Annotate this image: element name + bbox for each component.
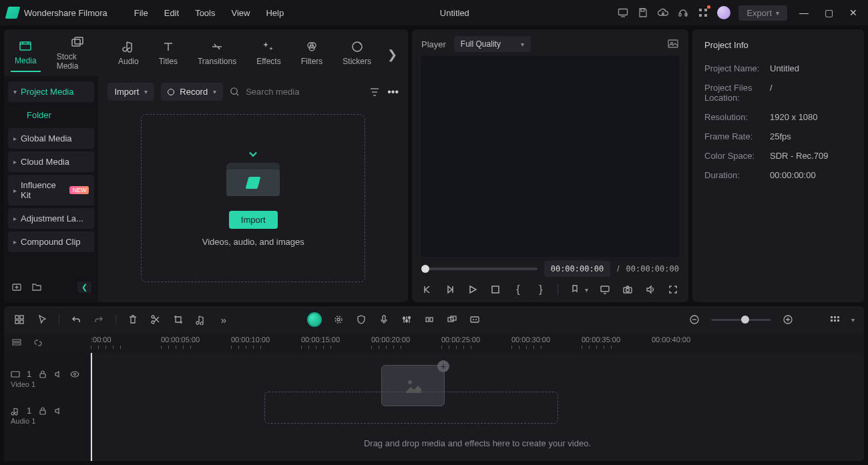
mic-button[interactable]	[378, 314, 390, 326]
scrub-bar[interactable]	[421, 268, 537, 270]
search-input[interactable]	[242, 83, 362, 101]
track-manage-icon[interactable]	[11, 337, 23, 349]
dashboard-icon[interactable]	[13, 314, 25, 326]
crop-button[interactable]	[172, 314, 184, 326]
tree-influence-kit[interactable]: ▸Influence KitNEW	[8, 175, 94, 205]
svg-rect-6	[699, 14, 702, 17]
import-button[interactable]: Import	[229, 211, 278, 229]
chevron-down-icon: ▾	[776, 9, 779, 17]
screen-icon[interactable]	[617, 7, 629, 19]
ai-button[interactable]	[307, 312, 322, 327]
tree-adjustment-layer[interactable]: ▸Adjustment La...	[8, 208, 94, 229]
svg-rect-43	[834, 316, 836, 318]
svg-point-16	[231, 88, 237, 94]
tab-stickers[interactable]: Stickers	[339, 38, 375, 71]
stop-button[interactable]	[489, 284, 501, 296]
caption-button[interactable]	[469, 314, 481, 326]
svg-rect-8	[20, 42, 31, 50]
play-button[interactable]	[467, 284, 479, 296]
more-tools-icon[interactable]: »	[218, 314, 230, 326]
camera-button[interactable]	[622, 284, 634, 296]
window-maximize[interactable]: ▢	[821, 7, 837, 18]
snapshot-icon[interactable]	[667, 38, 679, 50]
tab-effects[interactable]: Effects	[252, 38, 284, 71]
collapse-tree-button[interactable]: ❮	[77, 282, 91, 293]
zoom-in-button[interactable]	[782, 314, 794, 326]
eye-icon[interactable]	[70, 370, 79, 379]
lock-icon[interactable]	[38, 370, 47, 379]
drop-target[interactable]	[264, 392, 558, 424]
mark-in-button[interactable]: {	[512, 284, 524, 296]
tab-stock-media[interactable]: Stock Media	[53, 33, 102, 76]
new-folder-icon[interactable]	[31, 281, 43, 293]
link-icon[interactable]	[32, 337, 44, 349]
media-dropzone[interactable]: Import Videos, audio, and images	[141, 114, 365, 282]
zoom-knob[interactable]	[741, 316, 749, 324]
split-button[interactable]	[150, 314, 162, 326]
play-reverse-button[interactable]	[444, 284, 456, 296]
fullscreen-button[interactable]	[667, 284, 679, 296]
import-dropdown[interactable]: Import▾	[107, 83, 154, 101]
tab-filters[interactable]: Filters	[297, 38, 327, 71]
filter-icon[interactable]	[369, 86, 381, 98]
tree-project-media[interactable]: ▾Project Media	[8, 81, 94, 102]
menu-file[interactable]: File	[126, 8, 156, 18]
new-bin-icon[interactable]	[11, 281, 23, 293]
undo-button[interactable]	[70, 314, 82, 326]
svg-rect-35	[426, 318, 429, 322]
tree-global-media[interactable]: ▸Global Media	[8, 128, 94, 149]
speed-button[interactable]	[195, 314, 207, 326]
project-info-panel: Project Info Project Name:Untitled Proje…	[692, 29, 864, 302]
tree-folder[interactable]: Folder	[8, 105, 94, 125]
tree-cloud-media[interactable]: ▸Cloud Media	[8, 151, 94, 172]
menu-edit[interactable]: Edit	[156, 8, 187, 18]
tabs-scroll-right[interactable]: ❯	[387, 47, 401, 62]
tab-media[interactable]: Media	[11, 37, 41, 72]
display-button[interactable]	[599, 284, 611, 296]
tab-audio[interactable]: Audio	[114, 38, 143, 71]
tab-transitions[interactable]: Transitions	[194, 38, 240, 71]
timeline-ruler[interactable]: :00:00 00:00:05:00 00:00:10:00 00:00:15:…	[4, 333, 864, 353]
timeline-canvas[interactable]: Drag and drop media and effects here to …	[91, 353, 864, 461]
window-close[interactable]: ✕	[845, 7, 861, 18]
prev-frame-button[interactable]	[421, 284, 433, 296]
save-icon[interactable]	[637, 7, 649, 19]
color-button[interactable]	[333, 314, 345, 326]
mark-out-button[interactable]: }	[535, 284, 547, 296]
scrub-knob[interactable]	[421, 265, 429, 273]
quality-select[interactable]: Full Quality▾	[454, 36, 531, 52]
record-dropdown[interactable]: Record▾	[161, 83, 223, 101]
apps-icon[interactable]	[697, 7, 709, 19]
zoom-out-button[interactable]	[688, 314, 700, 326]
menu-tools[interactable]: Tools	[187, 8, 223, 18]
keyframe-button[interactable]	[423, 314, 435, 326]
zoom-slider[interactable]	[711, 319, 771, 321]
delete-button[interactable]	[127, 314, 139, 326]
shield-button[interactable]	[355, 314, 367, 326]
cloud-icon[interactable]	[657, 7, 669, 19]
mute-icon[interactable]	[54, 406, 63, 416]
menu-view[interactable]: View	[223, 8, 258, 18]
audio-mixer-button[interactable]	[401, 314, 413, 326]
export-button[interactable]: Export▾	[738, 5, 787, 21]
menu-help[interactable]: Help	[258, 8, 292, 18]
marker-dropdown[interactable]	[569, 284, 581, 296]
window-minimize[interactable]: ―	[795, 7, 813, 18]
user-avatar[interactable]	[717, 6, 730, 19]
cursor-tool-icon[interactable]	[36, 314, 48, 326]
player-viewport[interactable]	[421, 56, 679, 257]
tree-compound-clip[interactable]: ▸Compound Clip	[8, 231, 94, 252]
view-mode-button[interactable]	[829, 314, 841, 326]
group-button[interactable]	[446, 314, 458, 326]
redo-button[interactable]	[93, 314, 105, 326]
mute-icon[interactable]	[54, 370, 63, 379]
headset-icon[interactable]	[677, 7, 689, 19]
volume-button[interactable]	[644, 284, 656, 296]
info-name: Untitled	[770, 63, 799, 73]
video-track-header[interactable]: 1 Video 1	[4, 366, 90, 403]
more-menu-icon[interactable]: •••	[387, 86, 399, 98]
tab-titles[interactable]: Titles	[155, 38, 182, 71]
audio-track-header[interactable]: 1 Audio 1	[4, 403, 90, 440]
lock-icon[interactable]	[38, 406, 47, 416]
svg-rect-48	[13, 340, 21, 342]
